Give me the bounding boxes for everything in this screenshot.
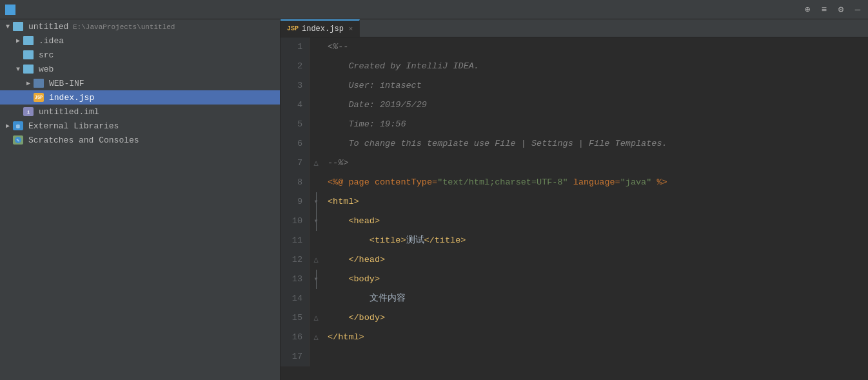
sidebar-item-label: untitled.iml bbox=[39, 107, 99, 117]
text-token bbox=[328, 231, 370, 250]
code-line[interactable]: <%-- bbox=[328, 37, 868, 57]
sidebar-item[interactable]: ▶.idea bbox=[0, 34, 280, 48]
sidebar-item[interactable]: ▶▤External Libraries bbox=[0, 119, 280, 133]
line-number: 14 bbox=[281, 289, 302, 308]
svg-rect-7 bbox=[25, 52, 28, 54]
scratch-icon: ✎ bbox=[13, 135, 23, 145]
line-number: 5 bbox=[281, 115, 302, 134]
code-line[interactable]: --%> bbox=[328, 154, 868, 173]
sidebar-item[interactable]: ▼untitled E:\JavaProjects\untitled bbox=[0, 19, 280, 34]
folder-icon bbox=[23, 50, 34, 59]
line-number: 3 bbox=[281, 76, 302, 95]
code-line[interactable]: <title>测试</title> bbox=[328, 231, 868, 250]
svg-text:▤: ▤ bbox=[17, 123, 20, 129]
line-number: 13 bbox=[281, 270, 302, 289]
svg-rect-2 bbox=[14, 25, 22, 30]
folder-icon bbox=[23, 65, 34, 74]
tab-index-jsp[interactable]: JSP index.jsp × bbox=[281, 19, 360, 37]
tag-token: </html> bbox=[328, 328, 364, 347]
target-icon[interactable]: ⊕ bbox=[802, 5, 813, 15]
fold-marker bbox=[310, 57, 322, 76]
tree-arrow-icon: ▶ bbox=[13, 37, 23, 45]
jsp-token: <%@ page contentType= bbox=[328, 173, 437, 192]
title-bar: ⊕ ≡ ⚙ — bbox=[0, 0, 868, 19]
fold-marker bbox=[310, 115, 322, 134]
tab-close-button[interactable]: × bbox=[349, 25, 353, 33]
fold-marker[interactable]: △ bbox=[310, 154, 322, 173]
code-line[interactable]: Created by IntelliJ IDEA. bbox=[328, 57, 868, 76]
svg-rect-8 bbox=[25, 67, 32, 72]
line-number: 15 bbox=[281, 308, 302, 328]
comment-token: User: intasect bbox=[328, 76, 422, 95]
code-line[interactable]: <%@ page contentType="text/html;charset=… bbox=[328, 173, 868, 192]
fold-marker[interactable]: △ bbox=[310, 250, 322, 270]
code-line[interactable]: Date: 2019/5/29 bbox=[328, 95, 868, 115]
minimize-icon[interactable]: — bbox=[853, 5, 863, 15]
fold-marker[interactable]: ▾ bbox=[310, 192, 322, 212]
code-line[interactable]: </body> bbox=[328, 308, 868, 328]
sidebar-item[interactable]: ✎Scratches and Consoles bbox=[0, 133, 280, 147]
svg-rect-4 bbox=[25, 39, 32, 44]
code-area[interactable]: 1234567891011121314151617 △▾▾△▾△△ <%-- C… bbox=[281, 37, 868, 366]
code-line[interactable]: <html> bbox=[328, 192, 868, 212]
line-numbers: 1234567891011121314151617 bbox=[281, 37, 310, 366]
code-line[interactable]: To change this template use File | Setti… bbox=[328, 134, 868, 154]
svg-rect-3 bbox=[14, 23, 17, 25]
string-token: "java" bbox=[620, 173, 652, 192]
fold-marker bbox=[310, 173, 322, 192]
comment-token: <%-- bbox=[328, 37, 348, 57]
fold-marker bbox=[310, 76, 322, 95]
line-number: 2 bbox=[281, 57, 302, 76]
line-number: 11 bbox=[281, 231, 302, 250]
title-bar-controls: ⊕ ≡ ⚙ — bbox=[802, 5, 863, 15]
tab-bar: JSP index.jsp × bbox=[281, 19, 868, 37]
tree-arrow-icon: ▶ bbox=[23, 79, 34, 87]
project-icon bbox=[5, 5, 15, 15]
code-line[interactable]: <head> bbox=[328, 212, 868, 231]
sidebar: ▼untitled E:\JavaProjects\untitled▶.idea… bbox=[0, 19, 281, 380]
text-token bbox=[328, 212, 348, 231]
text-token bbox=[328, 308, 348, 328]
sidebar-item[interactable]: iuntitled.iml bbox=[0, 105, 280, 119]
tag-token: </head> bbox=[348, 250, 385, 270]
line-number: 6 bbox=[281, 134, 302, 154]
sidebar-item-label: index.jsp bbox=[49, 93, 94, 103]
code-lines[interactable]: <%-- Created by IntelliJ IDEA. User: int… bbox=[322, 37, 868, 366]
fold-marker[interactable]: △ bbox=[310, 308, 322, 328]
svg-rect-11 bbox=[35, 80, 38, 82]
code-line[interactable]: 文件内容 bbox=[328, 289, 868, 308]
settings-icon[interactable]: ⚙ bbox=[836, 5, 846, 15]
sidebar-item[interactable]: src bbox=[0, 48, 280, 62]
tag-token: </title> bbox=[424, 231, 466, 250]
line-number: 1 bbox=[281, 37, 302, 57]
line-number: 4 bbox=[281, 95, 302, 115]
fold-marker[interactable]: ▾ bbox=[310, 212, 322, 231]
title-bar-left bbox=[5, 5, 134, 15]
code-line[interactable]: </html> bbox=[328, 328, 868, 347]
editor[interactable]: JSP index.jsp × 123456789101112131415161… bbox=[281, 19, 868, 380]
folder-dark-icon bbox=[34, 79, 44, 88]
svg-rect-9 bbox=[25, 66, 28, 68]
tag-token: </body> bbox=[348, 308, 385, 328]
sidebar-item[interactable]: ▶WEB-INF bbox=[0, 76, 280, 90]
list-icon[interactable]: ≡ bbox=[819, 5, 829, 15]
tag-token: <title> bbox=[370, 231, 406, 250]
sidebar-item-label: web bbox=[39, 65, 54, 74]
line-number: 16 bbox=[281, 328, 302, 347]
jsp-file-icon: JSP bbox=[34, 93, 44, 102]
code-line[interactable]: <body> bbox=[328, 270, 868, 289]
line-number: 10 bbox=[281, 212, 302, 231]
tree-arrow-icon: ▶ bbox=[3, 122, 13, 130]
code-line[interactable] bbox=[328, 347, 868, 366]
fold-marker[interactable]: △ bbox=[310, 328, 322, 347]
sidebar-item[interactable]: JSPindex.jsp bbox=[0, 90, 280, 105]
code-line[interactable]: </head> bbox=[328, 250, 868, 270]
svg-text:✎: ✎ bbox=[17, 137, 20, 143]
fold-marker[interactable]: ▾ bbox=[310, 270, 322, 289]
sidebar-item[interactable]: ▼web bbox=[0, 62, 280, 76]
code-line[interactable]: User: intasect bbox=[328, 76, 868, 95]
sidebar-item-label: src bbox=[39, 50, 54, 60]
fold-gutter: △▾▾△▾△△ bbox=[310, 37, 322, 366]
line-number: 9 bbox=[281, 192, 302, 212]
code-line[interactable]: Time: 19:56 bbox=[328, 115, 868, 134]
